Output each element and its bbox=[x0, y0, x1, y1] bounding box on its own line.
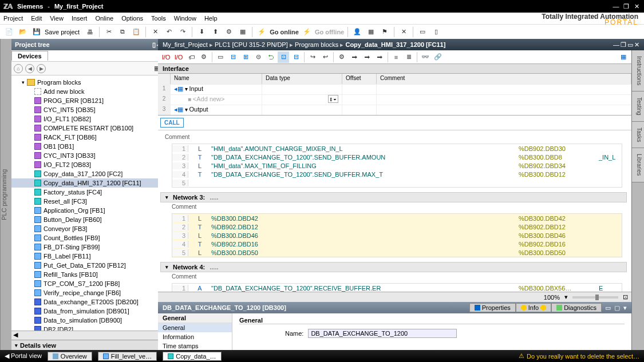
tree-pin-icon[interactable]: ▯ bbox=[152, 41, 156, 49]
copy-icon[interactable]: ⧉ bbox=[117, 26, 128, 38]
tree-item[interactable]: FB_DT-Sting [FB99] bbox=[11, 242, 165, 252]
bottom-tab-copy-data[interactable]: Copy_data_… bbox=[163, 352, 221, 361]
print-icon[interactable]: 🖶 bbox=[84, 26, 96, 38]
tab-diagnostics[interactable]: Diagnostics bbox=[551, 303, 602, 312]
ed-view4-icon[interactable]: ⮌ bbox=[265, 51, 276, 63]
tree-item[interactable]: I/O_FLT1 [OB82] bbox=[11, 114, 165, 124]
tree-item[interactable]: Factory_status [FC4] bbox=[11, 188, 165, 197]
tab-libraries[interactable]: Libraries bbox=[632, 148, 644, 182]
ed-force-icon[interactable]: ⮕ bbox=[361, 51, 373, 63]
tree-item[interactable]: TCP_COM_S7_1200 [FB8] bbox=[11, 279, 165, 288]
tree-item[interactable]: I/O_FLT2 [OB83] bbox=[11, 160, 165, 169]
tree-item[interactable]: Button_Delay [FB60] bbox=[11, 215, 165, 224]
cross-ref-icon[interactable]: ▦ bbox=[365, 26, 377, 38]
code-line[interactable]: 4T%DB902.DBD16%DB902.DBD16 bbox=[172, 240, 622, 248]
editor-max-icon[interactable]: ❐ bbox=[621, 41, 626, 49]
plc-programming-tab[interactable]: PLC programming bbox=[0, 39, 11, 350]
nav-back-icon[interactable]: ◀ bbox=[25, 64, 34, 73]
tree-item[interactable]: Reset_all [FC3] bbox=[11, 197, 165, 206]
code-line[interactable]: 5L%DB300.DBD50%DB300.DBD50 bbox=[172, 248, 622, 257]
ed-modify-icon[interactable]: ⮕ bbox=[349, 51, 360, 63]
paste-icon[interactable]: 📋 bbox=[131, 26, 142, 38]
ed-comment-icon[interactable]: ▭ bbox=[215, 51, 226, 63]
flag-icon[interactable]: ⚑ bbox=[379, 26, 390, 38]
tree-root[interactable]: ▾ Program blocks bbox=[11, 78, 165, 87]
tree-item[interactable]: PROG_ERR [OB121] bbox=[11, 96, 165, 105]
menu-project[interactable]: Project bbox=[3, 15, 23, 22]
menu-window[interactable]: Window bbox=[174, 15, 196, 22]
project-tree[interactable]: ▾ Program blocks Add new blockPROG_ERR [… bbox=[11, 75, 165, 331]
code-line[interactable]: 2T%DB902.DBD12%DB902.DBD12 bbox=[172, 222, 622, 231]
crumb-3[interactable]: Copy_data_HMI_317_1200 [FC11] bbox=[345, 41, 445, 48]
tree-item[interactable]: OB1 [OB1] bbox=[11, 142, 165, 151]
ed-network-icon[interactable]: I/O bbox=[173, 51, 184, 63]
inspector-max-icon[interactable]: ▢ bbox=[614, 304, 620, 312]
editor-restore-icon[interactable]: ▭ bbox=[627, 41, 633, 49]
ed-goto-icon[interactable]: ↪ bbox=[307, 51, 318, 63]
bottom-tab-fill-level[interactable]: Fill_level_ve… bbox=[98, 352, 157, 361]
tree-item[interactable]: Count_Bottles [FB9] bbox=[11, 233, 165, 242]
ed-link-icon[interactable]: 🔗 bbox=[432, 51, 444, 63]
interface-table[interactable]: Name Data type Offset Comment 1 ◂▦ ▾ Inp… bbox=[158, 74, 631, 116]
code-line[interactable]: 4T"DB_DATA_EXCHANGE_TO_1200".SEND_BUFFER… bbox=[172, 170, 622, 178]
tree-item[interactable]: Data_from_simulation [DB901] bbox=[11, 307, 165, 316]
upload-icon[interactable]: ⬆ bbox=[210, 26, 221, 38]
ed-view5-icon[interactable]: ⊡ bbox=[278, 51, 289, 63]
close-icon[interactable]: ✕ bbox=[633, 2, 641, 10]
save-icon[interactable]: 💾 bbox=[31, 26, 42, 38]
bottom-tab-overview[interactable]: Overview bbox=[48, 352, 92, 361]
tab-instructions[interactable]: Instructions bbox=[632, 50, 644, 92]
inspector-min-icon[interactable]: ▭ bbox=[605, 304, 611, 312]
crumb-2[interactable]: Program blocks bbox=[295, 41, 346, 48]
portal-view-button[interactable]: ◀ Portal view bbox=[5, 352, 42, 360]
ed-view2-icon[interactable]: ⊞ bbox=[240, 51, 251, 63]
ed-view1-icon[interactable]: ⊟ bbox=[227, 51, 239, 63]
tree-item[interactable]: Verify_recipe_change [FB6] bbox=[11, 288, 165, 297]
ed-view3-icon[interactable]: ⊝ bbox=[252, 51, 264, 63]
tab-info[interactable]: Info bbox=[516, 303, 551, 312]
menu-insert[interactable]: Insert bbox=[72, 15, 88, 22]
details-view-header[interactable]: Details view bbox=[11, 340, 165, 350]
tree-item[interactable]: FB_Label [FB11] bbox=[11, 252, 165, 261]
split-h-icon[interactable]: ▭ bbox=[417, 26, 428, 38]
redo-icon[interactable]: ↷ bbox=[177, 26, 188, 38]
tree-item[interactable]: Add new block bbox=[11, 87, 165, 96]
close-conn-icon[interactable]: ✕ bbox=[398, 26, 409, 38]
compile-icon[interactable]: ⚙ bbox=[223, 26, 235, 38]
menu-options[interactable]: Options bbox=[121, 15, 143, 22]
ed-monitor-icon[interactable]: ⚙ bbox=[336, 51, 347, 63]
ed-glasses-icon[interactable]: 👓 bbox=[420, 51, 431, 63]
go-offline-icon[interactable]: ⚡ bbox=[301, 26, 313, 38]
go-online-icon[interactable]: ⚡ bbox=[256, 26, 267, 38]
menu-view[interactable]: View bbox=[50, 15, 64, 22]
editor-close-icon[interactable]: ✕ bbox=[634, 41, 639, 49]
zoom-fit-icon[interactable]: ⊡ bbox=[623, 293, 628, 301]
nav-fwd-icon[interactable]: ▶ bbox=[37, 64, 46, 73]
code-line[interactable]: 3L%DB300.DBD46%DB300.DBD46 bbox=[172, 231, 622, 240]
tree-item[interactable]: Put_Get_Data_ET200 [FB12] bbox=[11, 261, 165, 270]
menu-online[interactable]: Online bbox=[95, 15, 113, 22]
devices-tab[interactable]: Devices bbox=[11, 51, 48, 61]
tree-item[interactable]: DB2 [DB2] bbox=[11, 325, 165, 331]
tree-item[interactable]: Refill_Tanks [FB10] bbox=[11, 270, 165, 279]
crumb-1[interactable]: PLC1 [CPU 315-2 PN/DP] bbox=[215, 41, 295, 48]
code-area[interactable]: Comment 1L"HMI_data".AMOUNT_CHARGE_MIXER… bbox=[158, 130, 631, 292]
inspector-nav-timestamps[interactable]: Time stamps bbox=[158, 341, 232, 351]
tree-item[interactable]: Conveyor [FB3] bbox=[11, 224, 165, 233]
network-4-header[interactable]: Network 4: ..... bbox=[160, 262, 627, 272]
split-v-icon[interactable]: ▯ bbox=[430, 26, 442, 38]
code-line[interactable]: 1A"DB_DATA_EXCHANGE_TO_1200".RECEIVE_BUF… bbox=[172, 284, 622, 292]
download-icon[interactable]: ⬇ bbox=[196, 26, 207, 38]
tree-item[interactable]: COMPLETE RESTART [OB100] bbox=[11, 124, 165, 133]
zoom-slider[interactable] bbox=[572, 296, 618, 299]
nav-home-icon[interactable]: ⌂ bbox=[14, 64, 23, 73]
tree-item[interactable]: Copy_data_HMI_317_1200 [FC11] bbox=[11, 178, 165, 188]
ed-panel-icon[interactable]: ▦ bbox=[618, 51, 629, 63]
ed-comp-icon[interactable]: ⚙ bbox=[198, 51, 210, 63]
menu-tools[interactable]: Tools bbox=[151, 15, 166, 22]
ed-goto2-icon[interactable]: ↩ bbox=[319, 51, 331, 63]
crumb-0[interactable]: My_first_Project bbox=[163, 41, 215, 48]
undo-icon[interactable]: ↶ bbox=[163, 26, 175, 38]
code-line[interactable]: 2T"DB_DATA_EXCHANGE_TO_1200".SEND_BUFFER… bbox=[172, 153, 622, 161]
simulate-icon[interactable]: ▦ bbox=[237, 26, 248, 38]
